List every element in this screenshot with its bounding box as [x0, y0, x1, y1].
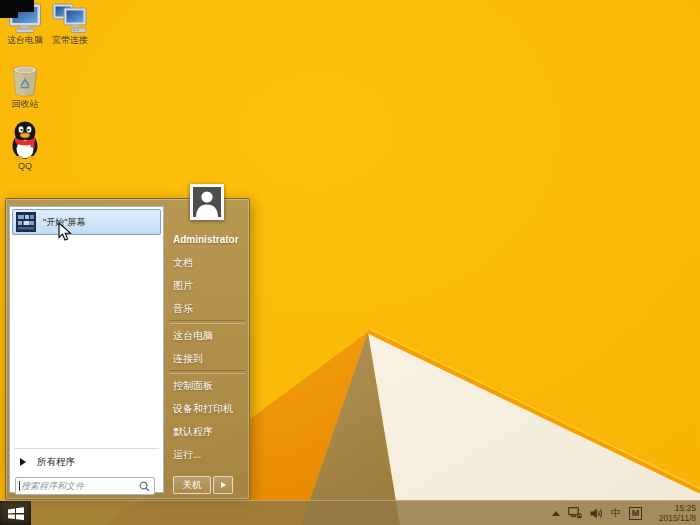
menu-item-connect-to[interactable]: 连接到 [164, 347, 250, 370]
system-tray: 中 M 15:25 2015/11/8 [552, 501, 700, 525]
divider [14, 448, 159, 449]
start-menu-right-column: Administrator 文档 图片 音乐 这台电脑 连接到 控制面板 设备和… [164, 199, 250, 499]
all-programs-label: 所有程序 [37, 456, 75, 469]
menu-item-music[interactable]: 音乐 [164, 297, 250, 320]
start-screen-icon [16, 212, 36, 232]
shutdown-row: 关机 [164, 476, 250, 494]
start-menu-programs-panel: "开始"屏幕 所有程序 [9, 206, 164, 493]
recycle-bin-icon [9, 64, 41, 98]
search-icon [139, 481, 150, 492]
menu-item-documents[interactable]: 文档 [164, 251, 250, 274]
desktop: 这台电脑 宽带连接 回收站 [0, 0, 700, 525]
desktop-icon-label: QQ [0, 161, 50, 171]
windows-logo-icon [8, 507, 24, 520]
taskbar-clock[interactable]: 15:25 2015/11/8 [650, 503, 696, 523]
desktop-icon-broadband[interactable]: 宽带连接 [45, 3, 95, 45]
menu-item-run[interactable]: 运行... [164, 443, 250, 466]
text-caret [19, 481, 20, 491]
menu-item-devices-printers[interactable]: 设备和打印机 [164, 397, 250, 420]
ime-mode-indicator[interactable]: M [629, 507, 642, 520]
all-programs-button[interactable]: 所有程序 [10, 452, 163, 472]
menu-item-default-programs[interactable]: 默认程序 [164, 420, 250, 443]
screen-artifact [0, 0, 34, 12]
start-button[interactable] [0, 501, 31, 525]
desktop-icon-label: 回收站 [0, 99, 50, 109]
menu-item-this-pc[interactable]: 这台电脑 [164, 324, 250, 347]
broadband-icon [51, 3, 89, 34]
qq-icon [7, 120, 43, 160]
desktop-icon-recycle-bin[interactable]: 回收站 [0, 64, 50, 109]
desktop-icon-qq[interactable]: QQ [0, 120, 50, 171]
clock-date: 2015/11/8 [650, 513, 696, 523]
shutdown-options-button[interactable] [213, 476, 233, 494]
mouse-cursor [58, 222, 72, 242]
volume-icon[interactable] [590, 508, 603, 519]
arrow-right-icon [221, 482, 226, 488]
ime-language-indicator[interactable]: 中 [611, 506, 621, 520]
search-input[interactable] [16, 481, 139, 491]
all-programs-arrow-icon [20, 458, 26, 466]
network-icon[interactable] [568, 507, 582, 519]
desktop-icon-label: 这台电脑 [0, 35, 50, 45]
clock-time: 15:25 [650, 503, 696, 513]
shutdown-button[interactable]: 关机 [173, 476, 211, 494]
taskbar: 中 M 15:25 2015/11/8 [0, 500, 700, 525]
search-box[interactable] [15, 477, 155, 495]
menu-item-control-panel[interactable]: 控制面板 [164, 374, 250, 397]
avatar-image [193, 187, 221, 217]
show-hidden-icons-button[interactable] [552, 511, 560, 516]
desktop-icon-label: 宽带连接 [45, 35, 95, 45]
screen-artifact [0, 12, 18, 18]
user-name-item[interactable]: Administrator [164, 227, 250, 251]
menu-item-pictures[interactable]: 图片 [164, 274, 250, 297]
person-silhouette-icon [193, 188, 221, 217]
start-menu: "开始"屏幕 所有程序 Administrator 文档 图片 [5, 198, 250, 500]
user-avatar[interactable] [190, 184, 224, 220]
start-menu-item-start-screen[interactable]: "开始"屏幕 [12, 209, 161, 235]
